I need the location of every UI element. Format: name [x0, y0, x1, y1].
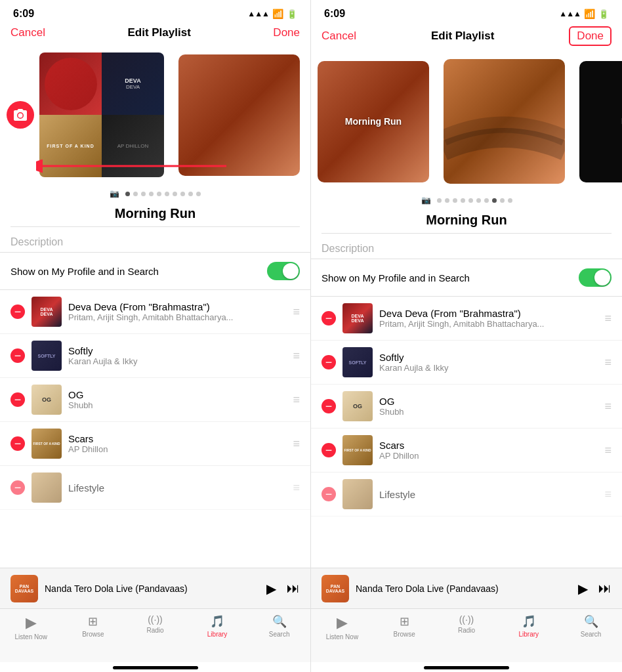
mini-player-left[interactable]: PANDAVAAS Nanda Tero Dola Live (Pandavaa…: [0, 568, 310, 608]
playlist-title-left[interactable]: Morning Run: [0, 201, 310, 221]
radio-label-right: Radio: [458, 627, 475, 634]
remove-btn-1-right[interactable]: [321, 311, 336, 326]
tab-library-right[interactable]: 🎵 Library: [509, 614, 549, 638]
nav-bar-left: Cancel Edit Playlist Done: [0, 24, 310, 46]
dot-5-left: [157, 192, 161, 196]
drag-handle-2-right[interactable]: ≡: [604, 356, 612, 369]
song-thumb-4-right: FIRST OF A KIND: [342, 435, 373, 465]
home-indicator-left: [113, 666, 198, 669]
fast-forward-button-right[interactable]: ⏭: [598, 581, 612, 596]
listen-now-label-right: Listen Now: [326, 633, 358, 640]
nav-bar-right: Cancel Edit Playlist Done: [311, 24, 622, 52]
library-label-left: Library: [207, 631, 228, 638]
drag-handle-1-left[interactable]: ≡: [293, 305, 300, 319]
drag-handle-4-left[interactable]: ≡: [293, 437, 300, 451]
tab-radio-right[interactable]: ((·)) Radio: [447, 614, 486, 634]
tab-bar-right: ▶ Listen Now ⊞ Browse ((·)) Radio 🎵 Libr…: [311, 608, 622, 662]
song-item-3-left: OG OG Shubh ≡: [0, 378, 310, 422]
remove-btn-2-left[interactable]: [10, 348, 25, 363]
done-button-right[interactable]: Done: [569, 26, 612, 46]
remove-btn-3-left[interactable]: [10, 392, 25, 407]
tab-radio-left[interactable]: ((·)) Radio: [135, 614, 175, 634]
library-icon-left: 🎵: [210, 614, 224, 629]
status-bar-left: 6:09 ▲▲▲ 📶 🔋: [0, 0, 310, 24]
drag-handle-3-left[interactable]: ≡: [293, 393, 300, 407]
song-info-2-left: Softly Karan Aujla & Ikky: [68, 345, 286, 366]
toggle-switch-right[interactable]: [579, 268, 612, 287]
tab-library-left[interactable]: 🎵 Library: [197, 614, 237, 638]
remove-btn-5-left[interactable]: [10, 480, 25, 495]
mini-thumb-left: PANDAVAAS: [10, 575, 38, 602]
song-item-2-left: SOFTLY Softly Karan Aujla & Ikky ≡: [0, 334, 310, 378]
cancel-button-left[interactable]: Cancel: [10, 26, 45, 39]
song-info-4-right: Scars AP Dhillon: [379, 440, 598, 461]
song-title-3-left: OG: [68, 389, 286, 400]
remove-btn-5-right[interactable]: [321, 487, 336, 501]
toggle-switch-left[interactable]: [267, 262, 300, 280]
tab-browse-right[interactable]: ⊞ Browse: [384, 614, 424, 638]
status-time-left: 6:09: [13, 8, 34, 20]
description-field-left[interactable]: Description: [0, 232, 310, 252]
dot-1-right: [437, 198, 442, 203]
song-title-4-left: Scars: [68, 433, 286, 444]
song-title-2-right: Softly: [379, 352, 598, 363]
drag-handle-2-left[interactable]: ≡: [293, 349, 300, 363]
song-item-4-left: FIRST OF A KIND Scars AP Dhillon ≡: [0, 422, 310, 466]
signal-icon-left: ▲▲▲: [247, 9, 269, 18]
drag-handle-1-right[interactable]: ≡: [604, 312, 612, 326]
tab-listen-now-right[interactable]: ▶ Listen Now: [322, 614, 362, 640]
dot-6-right: [476, 198, 481, 203]
song-info-4-left: Scars AP Dhillon: [68, 433, 286, 454]
tab-browse-left[interactable]: ⊞ Browse: [73, 614, 113, 638]
tab-listen-now-left[interactable]: ▶ Listen Now: [11, 614, 51, 640]
fast-forward-button-left[interactable]: ⏭: [287, 581, 300, 596]
tab-search-left[interactable]: 🔍 Search: [260, 614, 299, 638]
camera-mini-left: 📷: [110, 189, 119, 198]
library-label-right: Library: [518, 631, 539, 638]
dot-7-left: [173, 192, 177, 196]
cover-card-1-right[interactable]: Morning Run: [318, 61, 429, 182]
drag-handle-5-right[interactable]: ≡: [604, 488, 612, 501]
remove-btn-4-left[interactable]: [10, 436, 25, 451]
camera-button-left[interactable]: [7, 101, 34, 129]
dot-9-left: [188, 192, 193, 196]
tab-search-right[interactable]: 🔍 Search: [571, 614, 611, 638]
song-thumb-4-left: FIRST OF A KIND: [31, 429, 62, 459]
radio-label-left: Radio: [146, 627, 163, 634]
cover-card-3-right[interactable]: Morning: [579, 61, 622, 182]
remove-btn-1-left[interactable]: [10, 304, 25, 319]
toggle-row-left: Show on My Profile and in Search: [0, 253, 310, 290]
remove-btn-4-right[interactable]: [321, 443, 336, 457]
cover-card-2-right[interactable]: [444, 59, 565, 184]
browse-icon-right: ⊞: [400, 614, 409, 629]
song-item-5-right: Lifestyle ≡: [311, 472, 622, 516]
song-thumb-5-right: [342, 479, 373, 509]
collage-cell-2: DEVA DEVA: [102, 52, 164, 115]
song-artist-2-left: Karan Aujla & Ikky: [68, 356, 286, 366]
playlist-title-right[interactable]: Morning Run: [311, 207, 622, 228]
song-item-4-right: FIRST OF A KIND Scars AP Dhillon ≡: [311, 429, 622, 472]
browse-label-right: Browse: [394, 631, 415, 638]
play-button-right[interactable]: ▶: [578, 581, 588, 597]
mini-player-right[interactable]: PANDAVAAS Nanda Tero Dola Live (Pandavaa…: [311, 568, 622, 608]
song-thumb-3-right: OG: [342, 391, 373, 421]
dot-9-right: [500, 198, 505, 203]
play-button-left[interactable]: ▶: [266, 581, 276, 597]
song-item-1-left: DEVADEVA Deva Deva (From "Brahmastra") P…: [0, 290, 310, 334]
listen-now-icon-left: ▶: [26, 614, 37, 631]
dot-7-right: [484, 198, 489, 203]
tab-bar-left: ▶ Listen Now ⊞ Browse ((·)) Radio 🎵 Libr…: [0, 608, 310, 662]
cover-area-left: DEVA DEVA FIRST OF A KIND AP DHILLON: [0, 46, 310, 184]
cancel-button-right[interactable]: Cancel: [321, 30, 356, 43]
drag-handle-3-right[interactable]: ≡: [604, 400, 612, 413]
description-field-right[interactable]: Description: [311, 239, 622, 259]
remove-btn-2-right[interactable]: [321, 355, 336, 369]
dot-2-right: [445, 198, 449, 203]
drag-handle-5-left[interactable]: ≡: [293, 481, 300, 495]
search-icon-left: 🔍: [272, 614, 287, 629]
status-time-right: 6:09: [324, 8, 345, 20]
done-button-left[interactable]: Done: [273, 26, 300, 39]
status-icons-right: ▲▲▲ 📶 🔋: [559, 9, 609, 19]
drag-handle-4-right[interactable]: ≡: [604, 444, 612, 457]
remove-btn-3-right[interactable]: [321, 399, 336, 413]
